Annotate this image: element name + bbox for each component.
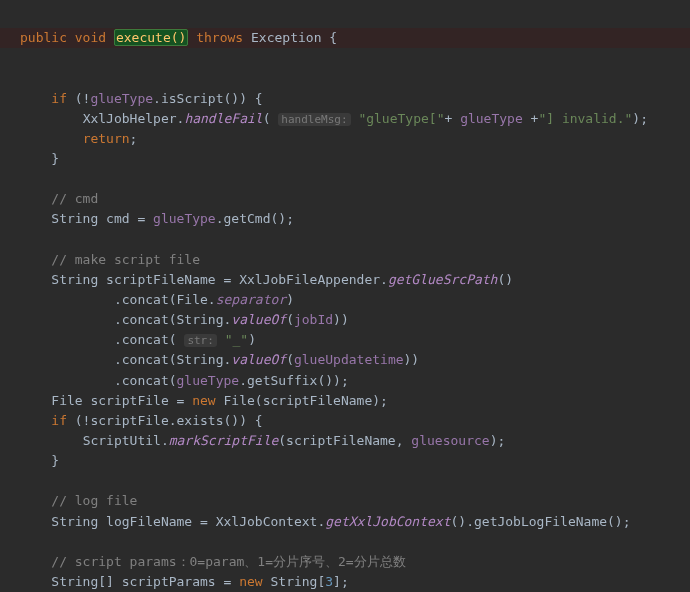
comment-cmd: // cmd	[51, 191, 98, 206]
kw-throws: throws	[196, 30, 243, 45]
comment-log-file: // log file	[51, 493, 137, 508]
method-execute: execute()	[114, 29, 188, 46]
kw-void: void	[75, 30, 106, 45]
exception-type: Exception	[251, 30, 321, 45]
const-separator: separator	[216, 292, 286, 307]
field-glueType: glueType	[90, 91, 153, 106]
type-string: String	[51, 211, 98, 226]
kw-return: return	[83, 131, 130, 146]
class-ref: XxlJobHelper	[83, 111, 177, 126]
method-markScriptFile: markScriptFile	[169, 433, 279, 448]
field-glueUpdatetime: glueUpdatetime	[294, 352, 404, 367]
string-literal: "glueType["	[358, 111, 444, 126]
field-gluesource: gluesource	[411, 433, 489, 448]
method-getGlueSrcPath: getGlueSrcPath	[388, 272, 498, 287]
comment-script-params: // script params：0=param、1=分片序号、2=分片总数	[51, 554, 405, 569]
kw-if: if	[51, 91, 67, 106]
comment-make-script: // make script file	[51, 252, 200, 267]
method-getXxlJobContext: getXxlJobContext	[325, 514, 450, 529]
param-hint: handleMsg:	[278, 113, 350, 126]
kw-public: public	[20, 30, 67, 45]
method-handleFail: handleFail	[184, 111, 262, 126]
code-editor-content[interactable]: public void execute() throws Exception {…	[0, 8, 690, 592]
field-jobId: jobId	[294, 312, 333, 327]
